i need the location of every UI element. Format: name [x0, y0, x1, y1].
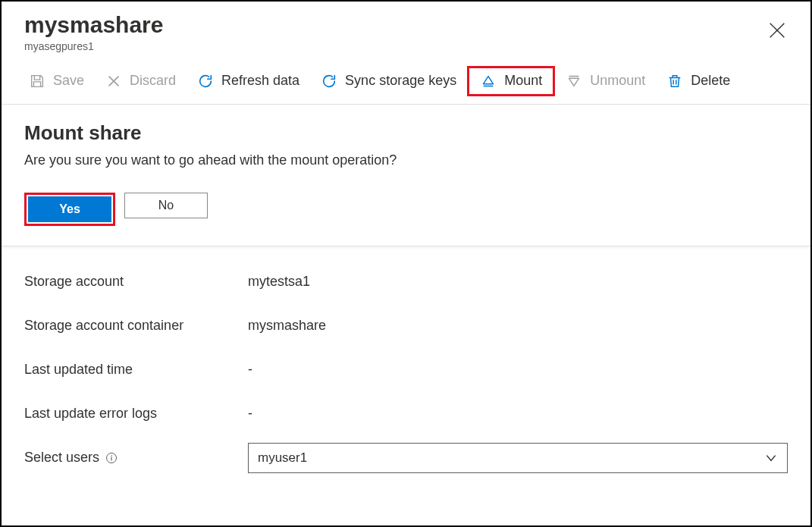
unmount-label: Unmount [590, 73, 645, 89]
storage-account-label: Storage account [24, 274, 248, 290]
last-updated-value: - [248, 362, 788, 378]
delete-icon [666, 73, 683, 89]
page-title: mysmashare [24, 12, 788, 39]
page-subtitle: myasegpures1 [24, 40, 788, 52]
close-button[interactable] [767, 20, 788, 41]
discard-label: Discard [130, 73, 176, 89]
row-select-users: Select users myuser1 [24, 436, 788, 480]
last-updated-label: Last updated time [24, 362, 248, 378]
header: mysmashare myasegpures1 [2, 2, 810, 55]
delete-label: Delete [691, 73, 730, 89]
delete-button[interactable]: Delete [656, 68, 741, 94]
refresh-icon [197, 73, 214, 89]
discard-icon [105, 73, 122, 89]
select-users-label-text: Select users [24, 450, 99, 466]
row-last-updated: Last updated time - [24, 348, 788, 392]
yes-button[interactable]: Yes [28, 196, 111, 222]
mount-confirm-panel: Mount share Are you sure you want to go … [2, 105, 810, 246]
error-logs-value: - [248, 406, 788, 422]
container-label: Storage account container [24, 318, 248, 334]
mount-highlight: Mount [467, 66, 555, 96]
confirm-button-row: Yes No [24, 193, 788, 226]
unmount-icon [566, 73, 582, 89]
mount-label: Mount [504, 73, 542, 89]
select-users-dropdown[interactable]: myuser1 [248, 443, 788, 473]
save-button: Save [18, 68, 95, 94]
save-icon [29, 73, 45, 89]
select-users-value: myuser1 [258, 450, 307, 466]
no-button[interactable]: No [124, 193, 208, 218]
unmount-button: Unmount [555, 68, 656, 94]
close-icon [767, 20, 788, 41]
storage-account-value: mytestsa1 [248, 274, 788, 290]
save-label: Save [53, 73, 84, 89]
refresh-button[interactable]: Refresh data [187, 68, 310, 94]
yes-highlight: Yes [24, 193, 115, 226]
blade-panel: mysmashare myasegpures1 Save Discard Ref… [0, 0, 812, 527]
sync-label: Sync storage keys [345, 73, 456, 89]
chevron-down-icon [764, 451, 778, 465]
container-value: mysmashare [248, 318, 788, 334]
refresh-label: Refresh data [221, 73, 299, 89]
row-error-logs: Last update error logs - [24, 392, 788, 436]
row-container: Storage account container mysmashare [24, 304, 788, 348]
sync-button[interactable]: Sync storage keys [310, 68, 467, 94]
mount-panel-title: Mount share [24, 121, 788, 145]
info-icon[interactable] [105, 452, 118, 464]
error-logs-label: Last update error logs [24, 406, 248, 422]
row-storage-account: Storage account mytestsa1 [24, 260, 788, 304]
select-users-label: Select users [24, 450, 248, 466]
command-bar: Save Discard Refresh data Sync storage k… [2, 55, 810, 105]
mount-button[interactable]: Mount [469, 68, 553, 94]
mount-icon [480, 73, 497, 89]
share-details: Storage account mytestsa1 Storage accoun… [2, 246, 810, 480]
mount-panel-message: Are you sure you want to go ahead with t… [24, 152, 788, 168]
sync-icon [321, 73, 337, 89]
discard-button: Discard [95, 68, 187, 94]
